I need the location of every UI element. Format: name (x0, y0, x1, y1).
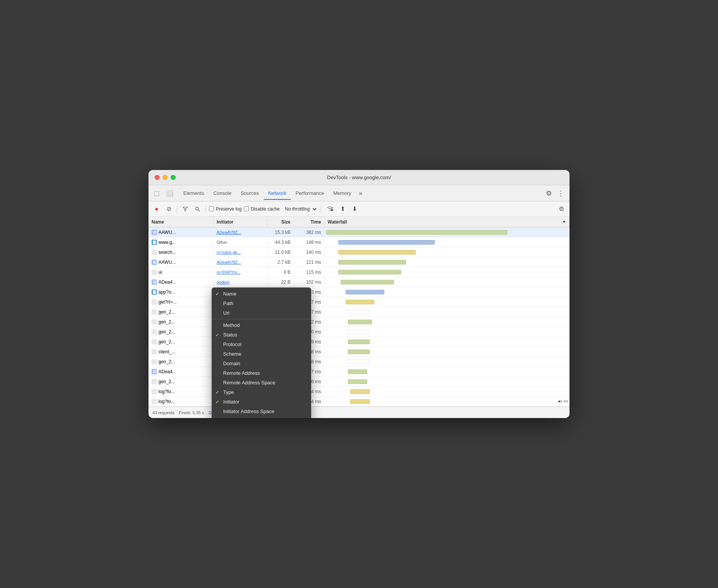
row-type-icon: 🖼 (152, 279, 157, 285)
menu-item-domain[interactable]: Domain (212, 359, 311, 368)
menu-item-initiator-address-space[interactable]: Initiator Address Space (212, 407, 311, 416)
svg-point-0 (196, 207, 199, 210)
tab-icons: ⬚ ⬜ (152, 188, 176, 198)
menu-item-protocol[interactable]: Protocol (212, 340, 311, 349)
td-name: 📄app?o... (148, 287, 214, 297)
cursor-icon[interactable]: ⬚ (152, 188, 162, 198)
td-time: 102 ms (294, 277, 325, 287)
td-initiator: m=cdos,dp... (214, 247, 267, 257)
td-initiator: (index) (214, 277, 267, 287)
menu-item-initiator[interactable]: Initiator (212, 397, 311, 407)
filter-button[interactable] (180, 204, 190, 214)
td-size: 15.3 kB (267, 227, 294, 237)
row-name-text: gen_2... (158, 329, 175, 335)
tab-sources[interactable]: Sources (236, 187, 264, 200)
tab-console[interactable]: Console (209, 187, 236, 200)
more-options-icon[interactable]: ⋮ (555, 188, 566, 199)
menu-separator (212, 319, 311, 319)
row-type-icon (152, 250, 157, 255)
table-row[interactable]: search...m=cdos,dp...21.0 kB140 ms (148, 247, 570, 257)
td-name: ui (148, 267, 214, 277)
download-icon[interactable]: ⬇ (350, 204, 359, 213)
table-row[interactable]: 📄www.g...Other44.3 kB148 ms (148, 237, 570, 247)
row-name-text: log?fo... (158, 399, 175, 404)
throttle-select[interactable]: No throttling (282, 205, 318, 213)
preserve-log-label[interactable]: Preserve log (209, 206, 242, 212)
menu-item-name[interactable]: Name (212, 289, 311, 299)
td-name: 🖼AAWU... (148, 257, 214, 267)
td-size: 44.3 kB (267, 237, 294, 247)
td-size: 21.0 kB (267, 247, 294, 257)
td-waterfall (325, 367, 570, 376)
td-waterfall (325, 277, 570, 287)
traffic-lights (155, 175, 176, 180)
th-waterfall[interactable]: Waterfall ▼ (325, 217, 570, 227)
td-waterfall (325, 287, 570, 297)
preserve-log-checkbox[interactable] (209, 206, 214, 211)
stop-button[interactable]: ⊘ (164, 204, 174, 214)
table-row[interactable]: 🖼AAWU...ADea4I7lfZ...2.7 kB121 ms (148, 257, 570, 267)
search-button[interactable] (193, 204, 202, 214)
tab-more[interactable]: » (356, 188, 366, 198)
maximize-button[interactable] (171, 175, 176, 180)
preserve-log-text: Preserve log (216, 206, 242, 212)
th-name[interactable]: Name (148, 217, 214, 227)
menu-item-url[interactable]: Url (212, 308, 311, 318)
row-name-text: gen_2... (158, 379, 175, 384)
record-button[interactable]: ● (152, 204, 162, 214)
menu-item-cookies[interactable]: Cookies (212, 416, 311, 418)
upload-icon[interactable]: ⬆ (338, 204, 348, 213)
row-type-icon (152, 359, 157, 364)
menu-item-remote-address[interactable]: Remote Address (212, 368, 311, 378)
row-type-icon (152, 389, 157, 394)
waterfall-dropdown-icon[interactable]: ▼ (562, 220, 566, 224)
row-name-text: gen_2... (158, 309, 175, 315)
disable-cache-checkbox[interactable] (244, 206, 249, 211)
menu-item-scheme[interactable]: Scheme (212, 349, 311, 359)
td-name: 🖼AAWU... (148, 227, 214, 237)
menu-item-method[interactable]: Method (212, 320, 311, 330)
td-waterfall (325, 247, 570, 257)
wifi-icon[interactable] (324, 205, 336, 213)
waterfall-marker: ◀1 ms (558, 399, 568, 403)
menu-item-type[interactable]: Type (212, 387, 311, 397)
table-row[interactable]: uim=DhPYm...0 B115 ms (148, 267, 570, 277)
device-icon[interactable]: ⬜ (163, 188, 176, 198)
row-name-text: gen_2... (158, 339, 175, 345)
menu-item-path[interactable]: Path (212, 299, 311, 308)
table-row[interactable]: 🖼ADea4...(index)22 B102 ms (148, 277, 570, 287)
row-type-icon (152, 309, 157, 315)
td-name: gen_2... (148, 327, 214, 336)
td-name: 📄www.g... (148, 237, 214, 247)
row-name-text: get?rt=... (158, 299, 177, 305)
requests-count: 43 requests (152, 410, 174, 415)
minimize-button[interactable] (163, 175, 168, 180)
th-size[interactable]: Size (267, 217, 294, 227)
menu-item-remote-address-space[interactable]: Remote Address Space (212, 378, 311, 387)
svg-point-2 (331, 209, 333, 211)
tab-network[interactable]: Network (264, 187, 291, 200)
context-menu: NamePathUrlMethodStatusProtocolSchemeDom… (212, 287, 311, 418)
th-initiator[interactable]: Initiator (214, 217, 267, 227)
tab-elements[interactable]: Elements (179, 187, 209, 200)
close-button[interactable] (155, 175, 160, 180)
filter-icon (183, 206, 188, 212)
td-waterfall (325, 387, 570, 396)
td-name: gen_2... (148, 307, 214, 317)
network-conditions-icon (326, 206, 333, 211)
table-row[interactable]: 🖼AAWU...ADea4I7lfZ...15.3 kB382 ms (148, 227, 570, 237)
row-type-icon (152, 270, 157, 275)
th-time[interactable]: Time (294, 217, 325, 227)
td-initiator: ADea4I7lfZ... (214, 257, 267, 267)
row-type-icon (152, 329, 157, 335)
row-type-icon (152, 399, 157, 404)
tab-performance[interactable]: Performance (291, 187, 328, 200)
tab-memory[interactable]: Memory (329, 187, 356, 200)
network-settings-icon[interactable]: ⚙ (556, 204, 566, 213)
settings-icon[interactable]: ⚙ (543, 188, 555, 199)
disable-cache-label[interactable]: Disable cache (244, 206, 279, 212)
menu-item-status[interactable]: Status (212, 330, 311, 340)
td-name: gen_2... (148, 337, 214, 346)
row-name-text: AAWU... (158, 230, 176, 235)
row-type-icon: 🖼 (152, 260, 157, 265)
